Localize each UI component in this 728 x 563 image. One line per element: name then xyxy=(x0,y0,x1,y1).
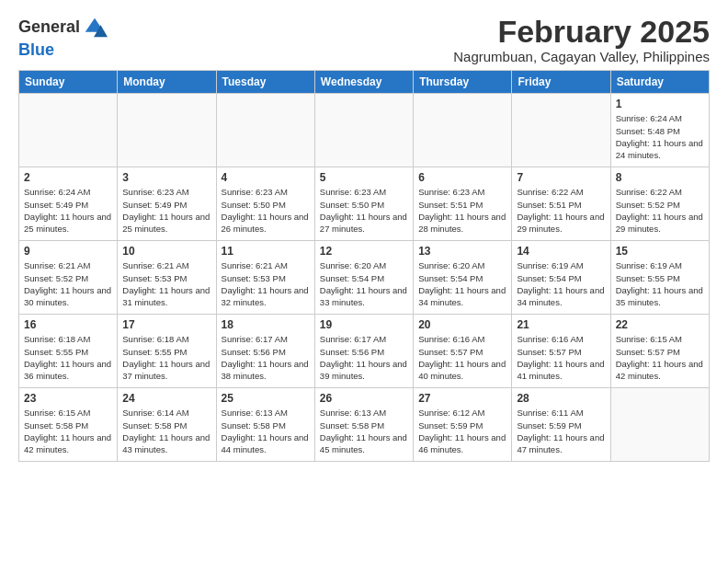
day-info: Sunrise: 6:23 AMSunset: 5:49 PMDaylight:… xyxy=(122,186,210,235)
day-info: Sunrise: 6:24 AMSunset: 5:49 PMDaylight:… xyxy=(24,186,112,235)
day-info: Sunrise: 6:21 AMSunset: 5:53 PMDaylight:… xyxy=(222,259,310,308)
table-row: 13Sunrise: 6:20 AMSunset: 5:54 PMDayligh… xyxy=(414,241,512,315)
day-number: 22 xyxy=(616,318,704,331)
day-info: Sunrise: 6:23 AMSunset: 5:50 PMDaylight:… xyxy=(222,186,310,235)
col-wednesday: Wednesday xyxy=(314,71,413,94)
day-number: 2 xyxy=(24,171,112,184)
main-title: February 2025 xyxy=(453,15,710,49)
day-number: 28 xyxy=(517,392,605,405)
subtitle: Nagrumbuan, Cagayan Valley, Philippines xyxy=(453,49,710,64)
day-number: 10 xyxy=(122,245,210,258)
table-row: 18Sunrise: 6:17 AMSunset: 5:56 PMDayligh… xyxy=(216,315,314,388)
table-row: 9Sunrise: 6:21 AMSunset: 5:52 PMDaylight… xyxy=(19,241,118,315)
day-info: Sunrise: 6:19 AMSunset: 5:54 PMDaylight:… xyxy=(517,259,605,308)
table-row: 21Sunrise: 6:16 AMSunset: 5:57 PMDayligh… xyxy=(512,315,610,388)
logo: General Blue xyxy=(18,15,108,61)
day-info: Sunrise: 6:18 AMSunset: 5:55 PMDaylight:… xyxy=(24,333,112,382)
table-row xyxy=(19,94,118,167)
table-row xyxy=(118,94,216,167)
table-row: 11Sunrise: 6:21 AMSunset: 5:53 PMDayligh… xyxy=(216,241,314,315)
calendar-week-row: 23Sunrise: 6:15 AMSunset: 5:58 PMDayligh… xyxy=(19,388,710,462)
logo-general: General xyxy=(18,17,80,38)
day-number: 13 xyxy=(418,245,506,258)
day-info: Sunrise: 6:20 AMSunset: 5:54 PMDaylight:… xyxy=(418,259,506,308)
day-number: 9 xyxy=(24,245,112,258)
table-row: 27Sunrise: 6:12 AMSunset: 5:59 PMDayligh… xyxy=(414,388,512,462)
col-saturday: Saturday xyxy=(610,71,709,94)
calendar-week-row: 1Sunrise: 6:24 AMSunset: 5:48 PMDaylight… xyxy=(19,94,710,167)
day-info: Sunrise: 6:17 AMSunset: 5:56 PMDaylight:… xyxy=(222,333,310,382)
table-row: 14Sunrise: 6:19 AMSunset: 5:54 PMDayligh… xyxy=(512,241,610,315)
day-info: Sunrise: 6:15 AMSunset: 5:58 PMDaylight:… xyxy=(24,407,112,455)
table-row: 22Sunrise: 6:15 AMSunset: 5:57 PMDayligh… xyxy=(610,315,709,388)
day-info: Sunrise: 6:13 AMSunset: 5:58 PMDaylight:… xyxy=(222,407,310,455)
table-row: 6Sunrise: 6:23 AMSunset: 5:51 PMDaylight… xyxy=(414,167,512,241)
table-row: 17Sunrise: 6:18 AMSunset: 5:55 PMDayligh… xyxy=(118,315,216,388)
table-row: 2Sunrise: 6:24 AMSunset: 5:49 PMDaylight… xyxy=(19,167,118,241)
day-number: 1 xyxy=(616,98,704,110)
day-info: Sunrise: 6:22 AMSunset: 5:52 PMDaylight:… xyxy=(616,186,704,235)
table-row xyxy=(216,94,314,167)
calendar-week-row: 9Sunrise: 6:21 AMSunset: 5:52 PMDaylight… xyxy=(19,241,710,315)
table-row: 15Sunrise: 6:19 AMSunset: 5:55 PMDayligh… xyxy=(610,241,709,315)
title-block: February 2025 Nagrumbuan, Cagayan Valley… xyxy=(453,15,710,64)
table-row: 23Sunrise: 6:15 AMSunset: 5:58 PMDayligh… xyxy=(19,388,118,462)
day-info: Sunrise: 6:17 AMSunset: 5:56 PMDaylight:… xyxy=(320,333,408,382)
table-row: 10Sunrise: 6:21 AMSunset: 5:53 PMDayligh… xyxy=(118,241,216,315)
day-number: 16 xyxy=(24,318,112,331)
table-row: 20Sunrise: 6:16 AMSunset: 5:57 PMDayligh… xyxy=(414,315,512,388)
day-number: 26 xyxy=(320,392,408,405)
table-row: 12Sunrise: 6:20 AMSunset: 5:54 PMDayligh… xyxy=(314,241,413,315)
day-number: 21 xyxy=(517,318,605,331)
day-info: Sunrise: 6:16 AMSunset: 5:57 PMDaylight:… xyxy=(517,333,605,382)
col-monday: Monday xyxy=(118,71,216,94)
day-info: Sunrise: 6:19 AMSunset: 5:55 PMDaylight:… xyxy=(616,259,704,308)
table-row xyxy=(610,388,709,462)
day-info: Sunrise: 6:11 AMSunset: 5:59 PMDaylight:… xyxy=(517,407,605,455)
calendar-week-row: 2Sunrise: 6:24 AMSunset: 5:49 PMDaylight… xyxy=(19,167,710,241)
day-number: 23 xyxy=(24,392,112,405)
table-row: 19Sunrise: 6:17 AMSunset: 5:56 PMDayligh… xyxy=(314,315,413,388)
day-number: 11 xyxy=(222,245,310,258)
day-info: Sunrise: 6:24 AMSunset: 5:48 PMDaylight:… xyxy=(616,112,704,161)
calendar-header-row: Sunday Monday Tuesday Wednesday Thursday… xyxy=(19,71,710,94)
day-number: 7 xyxy=(517,171,605,184)
table-row: 1Sunrise: 6:24 AMSunset: 5:48 PMDaylight… xyxy=(610,94,709,167)
table-row: 7Sunrise: 6:22 AMSunset: 5:51 PMDaylight… xyxy=(512,167,610,241)
day-info: Sunrise: 6:20 AMSunset: 5:54 PMDaylight:… xyxy=(320,259,408,308)
table-row: 5Sunrise: 6:23 AMSunset: 5:50 PMDaylight… xyxy=(314,167,413,241)
table-row: 26Sunrise: 6:13 AMSunset: 5:58 PMDayligh… xyxy=(314,388,413,462)
day-number: 8 xyxy=(616,171,704,184)
day-info: Sunrise: 6:15 AMSunset: 5:57 PMDaylight:… xyxy=(616,333,704,382)
day-info: Sunrise: 6:16 AMSunset: 5:57 PMDaylight:… xyxy=(418,333,506,382)
col-sunday: Sunday xyxy=(19,71,118,94)
day-number: 14 xyxy=(517,245,605,258)
table-row: 24Sunrise: 6:14 AMSunset: 5:58 PMDayligh… xyxy=(118,388,216,462)
day-info: Sunrise: 6:13 AMSunset: 5:58 PMDaylight:… xyxy=(320,407,408,455)
table-row: 28Sunrise: 6:11 AMSunset: 5:59 PMDayligh… xyxy=(512,388,610,462)
day-info: Sunrise: 6:12 AMSunset: 5:59 PMDaylight:… xyxy=(418,407,506,455)
day-number: 19 xyxy=(320,318,408,331)
calendar: Sunday Monday Tuesday Wednesday Thursday… xyxy=(18,70,710,462)
col-tuesday: Tuesday xyxy=(216,71,314,94)
page: General Blue February 2025 Nagrumbuan, C… xyxy=(0,0,728,471)
day-info: Sunrise: 6:21 AMSunset: 5:52 PMDaylight:… xyxy=(24,259,112,308)
header: General Blue February 2025 Nagrumbuan, C… xyxy=(18,15,710,64)
day-info: Sunrise: 6:23 AMSunset: 5:51 PMDaylight:… xyxy=(418,186,506,235)
calendar-week-row: 16Sunrise: 6:18 AMSunset: 5:55 PMDayligh… xyxy=(19,315,710,388)
day-number: 20 xyxy=(418,318,506,331)
table-row xyxy=(414,94,512,167)
day-number: 12 xyxy=(320,245,408,258)
day-number: 17 xyxy=(122,318,210,331)
col-friday: Friday xyxy=(512,71,610,94)
day-info: Sunrise: 6:23 AMSunset: 5:50 PMDaylight:… xyxy=(320,186,408,235)
table-row xyxy=(314,94,413,167)
day-number: 24 xyxy=(122,392,210,405)
table-row: 25Sunrise: 6:13 AMSunset: 5:58 PMDayligh… xyxy=(216,388,314,462)
day-number: 18 xyxy=(222,318,310,331)
day-number: 4 xyxy=(222,171,310,184)
table-row: 8Sunrise: 6:22 AMSunset: 5:52 PMDaylight… xyxy=(610,167,709,241)
table-row: 4Sunrise: 6:23 AMSunset: 5:50 PMDaylight… xyxy=(216,167,314,241)
table-row xyxy=(512,94,610,167)
day-number: 3 xyxy=(122,171,210,184)
